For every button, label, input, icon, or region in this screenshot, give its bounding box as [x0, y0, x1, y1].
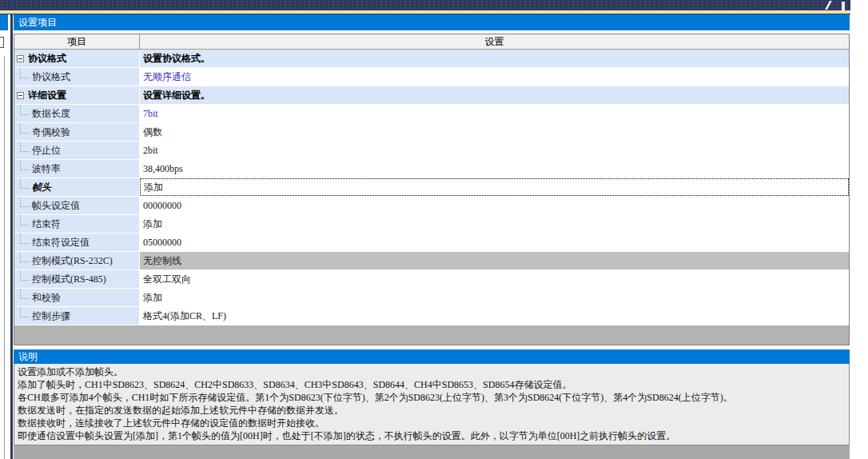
description-line: 数据发送时，在指定的发送数据的起始添加上述软元件中存储的数据并发送。 — [18, 404, 846, 417]
description-line: 各CH最多可添加4个帧头，CH1时如下所示存储设定值。第1个为SD8623(下位… — [18, 391, 846, 404]
item-cell[interactable]: 控制模式(RS-232C) — [14, 252, 140, 269]
tree-branch-icon — [20, 270, 30, 281]
value-cell[interactable]: 添加 — [140, 289, 849, 306]
background-panel-border — [4, 56, 5, 459]
settings-dialog: 设置项目 项目 设置 协议格式设置协议格式。协议格式无顺序通信详细设置设置详细设… — [14, 14, 850, 459]
tree-collapse-icon[interactable] — [17, 92, 24, 99]
table-row: 数据长度7bit — [14, 105, 849, 123]
settings-table-body: 协议格式设置协议格式。协议格式无顺序通信详细设置设置详细设置。数据长度7bit奇… — [14, 50, 849, 325]
tree-branch-icon — [20, 105, 30, 115]
table-row: 详细设置设置详细设置。 — [14, 86, 849, 105]
value-cell[interactable]: 无控制线 — [140, 252, 849, 269]
table-filler-area — [14, 325, 849, 345]
item-cell[interactable]: 奇偶校验 — [14, 123, 140, 141]
description-line: 数据接收时，连续接收了上述软元件中存储的设定值的数据时开始接收。 — [18, 417, 846, 429]
table-row: 控制模式(RS-485)全双工双向 — [14, 270, 849, 289]
titlebar-glyph-fragment-2-icon[interactable] — [842, 2, 845, 10]
item-label: 结束符设定值 — [32, 236, 90, 249]
tree-branch-icon — [20, 160, 30, 170]
description-line: 设置添加或不添加帧头。 — [18, 365, 846, 378]
dialog-left-border — [10, 14, 13, 459]
item-cell[interactable]: 波特率 — [14, 160, 140, 178]
dialog-bottom-area — [14, 445, 850, 459]
value-cell[interactable]: 全双工双向 — [140, 270, 849, 288]
table-row: 和校验添加 — [14, 289, 849, 307]
item-cell[interactable]: 结束符 — [14, 215, 140, 233]
table-row: 停止位2bit — [14, 142, 849, 160]
item-cell[interactable]: 和校验 — [14, 289, 140, 306]
item-label: 波特率 — [32, 162, 61, 176]
table-row: 控制步骤格式4(添加CR、LF) — [14, 307, 849, 325]
tree-branch-icon — [20, 215, 30, 226]
item-cell[interactable]: 帧头 — [14, 178, 140, 196]
table-row: 波特率38,400bps — [14, 160, 849, 178]
item-cell[interactable]: 结束符设定值 — [14, 233, 140, 251]
item-cell[interactable]: 详细设置 — [14, 86, 140, 104]
value-cell[interactable]: 添加 — [140, 215, 849, 233]
item-cell[interactable]: 协议格式 — [14, 50, 140, 67]
item-cell[interactable]: 控制模式(RS-485) — [14, 270, 140, 288]
tree-branch-icon — [20, 178, 30, 189]
item-cell[interactable]: 协议格式 — [14, 68, 140, 86]
item-label: 停止位 — [32, 144, 61, 158]
value-cell[interactable]: 添加 — [140, 178, 849, 196]
value-cell[interactable]: 7bit — [140, 105, 849, 122]
table-header-row: 项目 设置 — [14, 34, 849, 50]
value-cell[interactable]: 38,400bps — [140, 160, 849, 178]
table-row: 协议格式无顺序通信 — [14, 68, 849, 86]
tree-branch-icon — [20, 252, 30, 262]
item-label: 协议格式 — [32, 70, 70, 84]
background-panel-titlebar-fragment — [0, 14, 8, 30]
item-label: 结束符 — [32, 218, 61, 231]
settings-table: 项目 设置 协议格式设置协议格式。协议格式无顺序通信详细设置设置详细设置。数据长… — [14, 34, 850, 345]
value-cell[interactable]: 设置详细设置。 — [140, 86, 849, 104]
value-cell[interactable]: 偶数 — [140, 123, 849, 141]
tree-collapse-icon[interactable] — [17, 55, 24, 62]
description-line: 添加了帧头时，CH1中SD8623、SD8624、CH2中SD8633、SD86… — [18, 378, 846, 391]
table-row: 协议格式设置协议格式。 — [14, 50, 849, 68]
tree-branch-icon — [20, 289, 30, 299]
table-row: 帧头设定值00000000 — [14, 197, 849, 215]
tree-branch-icon — [20, 142, 30, 152]
item-cell[interactable]: 停止位 — [14, 142, 140, 159]
tree-branch-icon — [20, 68, 30, 78]
item-label: 帧头 — [32, 181, 51, 194]
item-label: 协议格式 — [28, 52, 66, 66]
item-label: 控制步骤 — [32, 309, 70, 323]
value-cell[interactable]: 格式4(添加CR、LF) — [140, 307, 849, 325]
tree-branch-icon — [20, 123, 30, 134]
table-row: 结束符添加 — [14, 215, 849, 233]
window-top-bar — [0, 0, 850, 10]
background-panel-button-fragment[interactable] — [0, 37, 4, 48]
tree-branch-icon — [20, 307, 30, 317]
item-label: 控制模式(RS-485) — [32, 273, 106, 286]
item-label: 奇偶校验 — [32, 126, 70, 139]
description-text: 设置添加或不添加帧头。添加了帧头时，CH1中SD8623、SD8624、CH2中… — [14, 364, 850, 445]
value-cell[interactable]: 设置协议格式。 — [140, 50, 849, 67]
value-cell[interactable]: 2bit — [140, 142, 849, 159]
item-cell[interactable]: 帧头设定值 — [14, 197, 140, 214]
table-row: 奇偶校验偶数 — [14, 123, 849, 142]
item-cell[interactable]: 数据长度 — [14, 105, 140, 122]
tree-branch-icon — [20, 197, 30, 207]
table-row: 控制模式(RS-232C)无控制线 — [14, 252, 849, 270]
tree-branch-icon — [20, 233, 30, 244]
value-cell[interactable]: 00000000 — [140, 197, 849, 214]
description-line: 即使通信设置中帧头设置为[添加]，第1个帧头的值为[00H]时，也处于[不添加]… — [18, 429, 846, 442]
item-label: 控制模式(RS-232C) — [32, 254, 113, 268]
value-cell[interactable]: 05000000 — [140, 233, 849, 251]
value-cell[interactable]: 无顺序通信 — [140, 68, 849, 86]
item-label: 数据长度 — [32, 107, 70, 121]
table-row: 帧头添加 — [14, 178, 849, 197]
column-header-item: 项目 — [14, 34, 140, 49]
column-header-setting: 设置 — [140, 34, 849, 49]
item-label: 帧头设定值 — [32, 199, 80, 213]
item-label: 详细设置 — [28, 89, 66, 102]
titlebar-glyph-fragment-1-icon[interactable] — [818, 1, 832, 10]
item-cell[interactable]: 控制步骤 — [14, 307, 140, 325]
item-label: 和校验 — [32, 291, 61, 305]
table-row: 结束符设定值05000000 — [14, 233, 849, 252]
panel-title: 设置项目 — [14, 14, 850, 30]
description-title: 说明 — [14, 349, 850, 364]
